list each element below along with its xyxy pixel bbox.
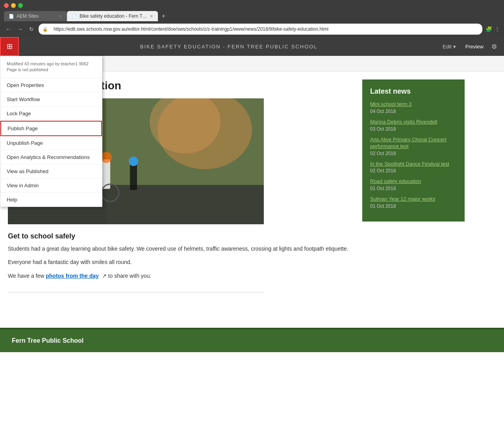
forward-button[interactable]: → xyxy=(16,25,24,33)
browser-action-icons: 🧩 ⋮ xyxy=(485,26,500,32)
start-workflow-item[interactable]: Start Workflow xyxy=(0,92,102,107)
aem-toolbar: ⊞ BIKE SAFETY EDUCATION - FERN TREE PUBL… xyxy=(0,37,504,56)
page-footer: Fern Tree Public School xyxy=(0,328,504,352)
edit-chevron-icon: ▾ xyxy=(453,44,456,50)
help-item[interactable]: Help xyxy=(0,193,102,207)
view-in-admin-item[interactable]: View in Admin xyxy=(0,179,102,193)
address-input[interactable] xyxy=(49,25,478,33)
open-analytics-item[interactable]: Open Analytics & Recommendations xyxy=(0,150,102,164)
settings-icon[interactable]: ⚙ xyxy=(489,41,499,53)
page-title-toolbar: BIKE SAFETY EDUCATION - FERN TREE PUBLIC… xyxy=(19,44,439,50)
body-paragraph-2: Everyone had a fantastic day with smiles… xyxy=(8,258,350,266)
back-button[interactable]: ← xyxy=(4,25,13,33)
news-date-6: 01 Oct 2018 xyxy=(370,203,457,209)
news-date-2: 03 Oct 2018 xyxy=(370,126,457,132)
dropdown-menu: Modified 43 minutes ago by teacher1 9062… xyxy=(0,56,102,207)
tab-bike-safety[interactable]: 📄 Bike safety education - Fern T… ✕ xyxy=(67,11,158,21)
tab-icon: 📄 xyxy=(9,14,14,19)
lock-page-item[interactable]: Lock Page xyxy=(0,107,102,121)
open-properties-item[interactable]: Open Properties xyxy=(0,78,102,92)
tab-bike-close[interactable]: ✕ xyxy=(150,14,153,19)
extensions-icon[interactable]: 🧩 xyxy=(485,26,492,32)
modified-text: Modified 43 minutes ago by teacher1 9062 xyxy=(7,61,96,67)
edit-label: Edit xyxy=(443,44,451,50)
traffic-lights xyxy=(4,3,23,8)
news-item-2: Marina Debris visits Rivendell 03 Oct 20… xyxy=(370,119,457,132)
news-date-4: 02 Oct 2018 xyxy=(370,168,457,174)
news-item-6: Sulman Year 12 major works 01 Oct 2018 xyxy=(370,196,457,209)
title-bar xyxy=(0,0,504,11)
maximize-button[interactable] xyxy=(18,3,23,8)
tabs-bar: 📄 AEM Sites ✕ 📄 Bike safety education - … xyxy=(0,11,504,21)
news-link-6[interactable]: Sulman Year 12 major works xyxy=(370,196,457,203)
address-bar: ← → ↻ 🔒 🧩 ⋮ xyxy=(0,21,504,37)
body-paragraph-3: We have a few photos from the day ↗ to s… xyxy=(8,271,350,280)
news-link-4[interactable]: In the Spotlight Dance Festival test xyxy=(370,161,457,168)
news-link-1[interactable]: Mini school term 3 xyxy=(370,101,457,108)
tab-bike-label: Bike safety education - Fern T… xyxy=(80,13,147,19)
news-item-4: In the Spotlight Dance Festival test 02 … xyxy=(370,161,457,174)
body3-suffix: to share with you. xyxy=(108,273,152,279)
publish-page-item[interactable]: Publish Page xyxy=(0,121,102,136)
svg-rect-12 xyxy=(130,163,137,190)
lock-icon: 🔒 xyxy=(43,27,48,32)
ext-link-icon: ↗ xyxy=(102,273,107,279)
news-item-1: Mini school term 3 04 Oct 2018 xyxy=(370,101,457,114)
tab-aem-sites[interactable]: 📄 AEM Sites ✕ xyxy=(4,11,67,21)
body-paragraph-1: Students had a great day learning about … xyxy=(8,244,350,253)
news-item-3: Arts Alive Primary Choral Concert perfor… xyxy=(370,137,457,156)
news-link-5[interactable]: Road safety education xyxy=(370,178,457,185)
toolbar-right: Edit ▾ Preview ⚙ xyxy=(439,41,504,53)
news-date-5: 01 Oct 2018 xyxy=(370,186,457,191)
section-title: Get to school safely xyxy=(8,232,350,240)
tab-aem-sites-label: AEM Sites xyxy=(17,13,39,19)
news-date-3: 02 Oct 2018 xyxy=(370,151,457,156)
tab-aem-sites-close[interactable]: ✕ xyxy=(59,14,62,19)
minimize-button[interactable] xyxy=(11,3,16,8)
news-date-1: 04 Oct 2018 xyxy=(370,109,457,114)
svg-point-13 xyxy=(129,157,138,166)
dropdown-meta: Modified 43 minutes ago by teacher1 9062… xyxy=(0,56,102,78)
publish-status: Page is not published xyxy=(7,67,96,73)
latest-news-title: Latest news xyxy=(370,87,457,96)
view-as-published-item[interactable]: View as Published xyxy=(0,164,102,179)
svg-point-11 xyxy=(101,152,112,163)
reload-button[interactable]: ↻ xyxy=(28,25,35,33)
body3-prefix: We have a few xyxy=(8,273,46,279)
news-link-3[interactable]: Arts Alive Primary Choral Concert perfor… xyxy=(370,137,457,150)
content-divider xyxy=(8,292,264,292)
close-button[interactable] xyxy=(4,3,9,8)
aem-grid-icon: ⊞ xyxy=(7,42,13,51)
tab-bike-icon: 📄 xyxy=(72,14,77,19)
aem-logo-button[interactable]: ⊞ xyxy=(0,37,19,56)
sidebar: Latest news Mini school term 3 04 Oct 20… xyxy=(362,79,465,304)
menu-icon[interactable]: ⋮ xyxy=(495,26,500,32)
browser-chrome: 📄 AEM Sites ✕ 📄 Bike safety education - … xyxy=(0,0,504,37)
photos-link[interactable]: photos from the day xyxy=(46,273,99,279)
latest-news-box: Latest news Mini school term 3 04 Oct 20… xyxy=(362,79,465,222)
footer-school-name: Fern Tree Public School xyxy=(12,337,492,344)
news-link-2[interactable]: Marina Debris visits Rivendell xyxy=(370,119,457,126)
unpublish-page-item[interactable]: Unpublish Page xyxy=(0,136,102,150)
news-item-5: Road safety education 01 Oct 2018 xyxy=(370,178,457,191)
new-tab-button[interactable]: + xyxy=(158,11,169,21)
preview-button[interactable]: Preview xyxy=(461,41,487,52)
edit-button[interactable]: Edit ▾ xyxy=(439,41,460,52)
